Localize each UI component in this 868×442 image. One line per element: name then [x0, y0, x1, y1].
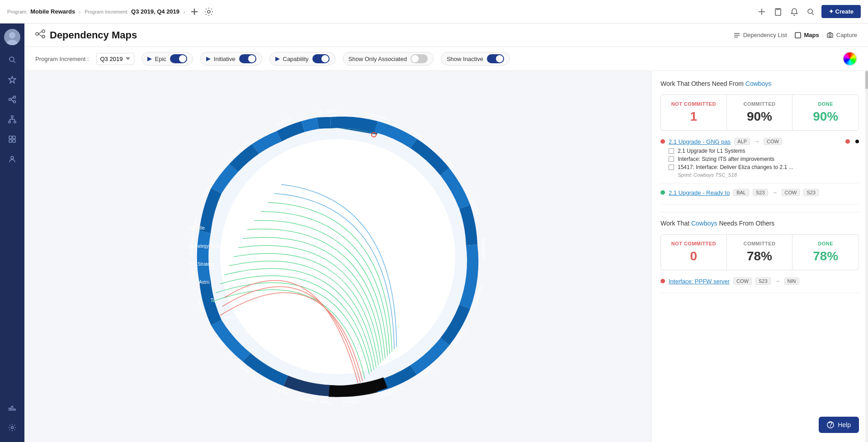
svg-point-18 [11, 427, 14, 429]
epic-toggle[interactable] [170, 54, 187, 63]
show-only-associated-toggle[interactable] [410, 54, 428, 63]
program-value: Mobile Rewards [30, 8, 75, 15]
done-label-1: DONE [799, 101, 852, 107]
dep-sub-2: Interface: Sizing ITS after improvements [669, 156, 859, 162]
diagram-area: Automation Group Mobile Rewards Blockcha… [24, 71, 651, 442]
not-committed-label-1: NOT COMMITTED [667, 101, 720, 107]
scrollbar-track[interactable] [865, 71, 868, 442]
dep-sub-2-checkbox[interactable] [669, 156, 674, 162]
capability-toggle-group: ▶ Capability [269, 52, 335, 66]
chord-diagram[interactable]: Automation Group Mobile Rewards Blockcha… [189, 108, 487, 406]
svg-point-8 [14, 96, 16, 99]
initiative-arrow-icon: ▶ [206, 56, 210, 62]
dep-1-arrow: → [754, 138, 760, 145]
committed-cell-2: COMMITTED 78% [727, 235, 793, 270]
svg-point-2 [808, 9, 812, 14]
dep-sub-1: 2.1 Upgrade for L1 Systems [669, 148, 859, 154]
dep-2-tag1b: S23 [753, 189, 768, 196]
pi-select[interactable]: Q3 2019 Q4 2019 [96, 53, 134, 65]
work-needs-team-link[interactable]: Cowboys [691, 220, 717, 227]
committed-label-2: COMMITTED [733, 241, 786, 246]
work-from-title: Work That Others Need From Cowboys [660, 80, 859, 87]
help-button[interactable]: Help [819, 417, 859, 433]
svg-text:NewCastle: NewCastle [189, 226, 205, 230]
committed-value-2: 78% [733, 249, 786, 263]
svg-rect-14 [13, 136, 15, 139]
not-committed-value-1: 1 [667, 109, 720, 124]
svg-rect-13 [9, 136, 12, 139]
search-nav-icon[interactable] [805, 6, 816, 17]
dep-3-arrow: → [774, 277, 781, 285]
sidebar-item-hierarchy[interactable] [3, 110, 21, 128]
show-only-associated-group: Show Only Associated [343, 52, 434, 66]
dependency-list-link[interactable]: Dependency List [733, 32, 787, 39]
initiative-toggle[interactable] [239, 54, 256, 63]
svg-point-7 [9, 99, 11, 101]
settings-icon[interactable] [203, 6, 214, 17]
dep-1-title-link[interactable]: 2.1 Upgrade - GNG pas [669, 138, 731, 145]
show-inactive-toggle[interactable] [487, 54, 504, 63]
svg-text:Automation Group: Automation Group [189, 217, 198, 254]
dep-3-tag2: NIN [784, 277, 799, 285]
dep-2-header: 2.1 Upgrade - Ready to BAL S23 → COW S23 [660, 189, 859, 196]
dep-2-tag1: BAL [733, 189, 749, 196]
capability-toggle[interactable] [312, 54, 330, 63]
dep-2-arrow: → [772, 189, 778, 196]
dependency-item-1: 2.1 Upgrade - GNG pas ALP → COW 2.1 Upgr… [660, 138, 859, 183]
dependency-map-icon [35, 29, 45, 41]
not-committed-label-2: NOT COMMITTED [667, 241, 720, 246]
done-cell-2: DONE 78% [793, 235, 859, 270]
add-icon[interactable] [189, 6, 200, 17]
sidebar-item-search[interactable] [3, 51, 21, 69]
sidebar-item-connection[interactable] [3, 90, 21, 108]
svg-text:Elephant: Elephant [298, 395, 316, 404]
clipboard-icon[interactable] [773, 6, 783, 17]
sidebar-item-settings[interactable] [3, 418, 21, 437]
svg-point-59 [220, 139, 455, 374]
done-value-2: 78% [799, 249, 852, 263]
svg-marker-6 [9, 76, 16, 83]
dep-1-dark-indicator [855, 140, 859, 143]
dep-1-sprint: Sprint: Cowboys TSC_S18 [669, 172, 859, 178]
breadcrumb-arrow-1: › [79, 8, 81, 15]
maps-link[interactable]: Maps [794, 32, 819, 39]
dep-1-status-dot [660, 139, 665, 144]
svg-text:Beta: Beta [270, 385, 281, 393]
svg-rect-10 [11, 116, 13, 118]
sidebar-item-team[interactable] [3, 150, 21, 168]
svg-point-5 [9, 57, 14, 61]
header-nav-actions: Dependency List Maps Capture [733, 32, 857, 39]
dep-3-title-link[interactable]: Interface: PPFW server [669, 278, 730, 285]
top-bar-actions: ✦ Create [756, 5, 861, 18]
show-inactive-group: Show Inactive [441, 52, 510, 66]
epic-toggle-group: ▶ Epic [142, 52, 193, 66]
work-from-team-link[interactable]: Cowboys [745, 80, 772, 87]
dep-3-tag1: COW [733, 277, 752, 285]
right-panel: Work That Others Need From Cowboys NOT C… [651, 71, 868, 442]
sidebar-item-star[interactable] [3, 71, 21, 89]
sidebar [0, 24, 24, 442]
sidebar-item-grid[interactable] [3, 130, 21, 148]
sidebar-item-chart[interactable] [3, 399, 21, 417]
scrollbar-thumb[interactable] [865, 71, 868, 89]
program-breadcrumb: Program: Mobile Rewards [7, 8, 75, 15]
svg-point-4 [7, 40, 18, 45]
svg-text:Meteors: Meteors [221, 315, 237, 320]
main-content: Automation Group Mobile Rewards Blockcha… [24, 71, 868, 442]
bell-icon[interactable] [789, 6, 800, 17]
capture-link[interactable]: Capture [826, 32, 857, 39]
committed-cell-1: COMMITTED 90% [727, 95, 793, 130]
svg-text:Alpa: Alpa [189, 267, 195, 276]
dep-2-title-link[interactable]: 2.1 Upgrade - Ready to [669, 189, 730, 196]
dep-1-header: 2.1 Upgrade - GNG pas ALP → COW [660, 138, 859, 145]
dep-sub-1-checkbox[interactable] [669, 148, 674, 154]
svg-point-19 [36, 33, 38, 35]
color-wheel-button[interactable] [843, 52, 857, 66]
dep-sub-3-checkbox[interactable] [669, 165, 674, 170]
dep-sub-3: 15417: Interface: Deliver Eliza changes … [669, 164, 859, 170]
avatar[interactable] [4, 29, 20, 45]
svg-point-24 [829, 34, 831, 37]
plus-icon[interactable] [756, 6, 767, 17]
main-layout: Dependency Maps Dependency List Maps Cap… [0, 24, 868, 442]
create-button[interactable]: ✦ Create [821, 5, 861, 18]
